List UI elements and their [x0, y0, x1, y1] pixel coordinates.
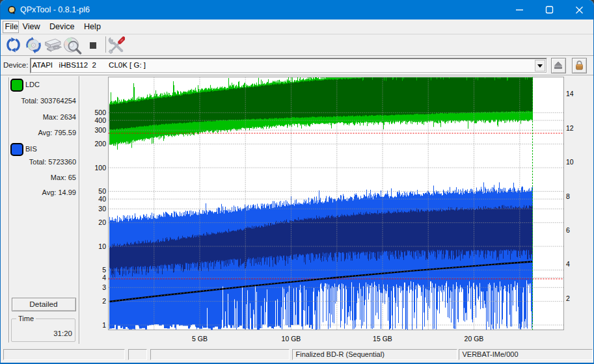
svg-text:10: 10	[566, 158, 574, 166]
svg-text:40: 40	[98, 195, 106, 203]
svg-text:500: 500	[94, 109, 106, 116]
svg-text:30: 30	[98, 205, 106, 213]
svg-text:12: 12	[566, 124, 574, 132]
svg-text:14: 14	[566, 90, 574, 98]
svg-text:5: 5	[102, 266, 106, 274]
svg-text:50: 50	[98, 187, 106, 195]
svg-text:2: 2	[566, 294, 570, 302]
svg-text:6: 6	[566, 226, 570, 234]
svg-text:3: 3	[102, 283, 106, 291]
svg-text:1: 1	[102, 321, 106, 329]
svg-text:4: 4	[102, 274, 106, 281]
svg-text:20 GB: 20 GB	[465, 335, 484, 343]
svg-text:400: 400	[94, 116, 106, 124]
svg-text:300: 300	[94, 126, 106, 134]
svg-text:20: 20	[98, 218, 106, 226]
svg-text:5 GB: 5 GB	[192, 335, 208, 343]
svg-text:200: 200	[94, 140, 106, 148]
svg-text:10 GB: 10 GB	[282, 335, 301, 343]
svg-text:100: 100	[94, 164, 106, 172]
svg-text:4: 4	[566, 260, 570, 268]
svg-text:15 GB: 15 GB	[373, 335, 392, 343]
svg-text:10: 10	[98, 242, 106, 250]
svg-text:8: 8	[566, 192, 570, 200]
svg-text:2: 2	[102, 297, 106, 305]
